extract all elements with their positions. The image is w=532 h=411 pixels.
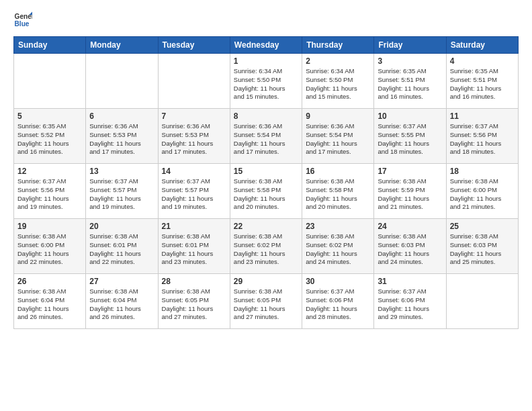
day-number: 29 — [234, 277, 298, 286]
day-info: Sunrise: 6:38 AM Sunset: 6:05 PM Dayligh… — [234, 287, 298, 322]
day-number: 12 — [17, 167, 82, 176]
calendar-cell — [446, 274, 518, 329]
day-info: Sunrise: 6:38 AM Sunset: 6:03 PM Dayligh… — [450, 232, 515, 267]
calendar-cell: 5Sunrise: 6:35 AM Sunset: 5:52 PM Daylig… — [14, 109, 86, 164]
day-info: Sunrise: 6:37 AM Sunset: 5:57 PM Dayligh… — [89, 177, 154, 212]
day-number: 18 — [450, 167, 515, 176]
day-info: Sunrise: 6:35 AM Sunset: 5:52 PM Dayligh… — [17, 122, 82, 156]
calendar-cell: 7Sunrise: 6:36 AM Sunset: 5:53 PM Daylig… — [158, 109, 230, 164]
svg-text:General: General — [15, 13, 32, 20]
calendar-cell: 29Sunrise: 6:38 AM Sunset: 6:05 PM Dayli… — [230, 274, 302, 329]
calendar-cell: 2Sunrise: 6:34 AM Sunset: 5:50 PM Daylig… — [302, 54, 374, 109]
day-number: 25 — [450, 222, 515, 231]
day-number: 27 — [89, 277, 154, 286]
calendar-cell: 20Sunrise: 6:38 AM Sunset: 6:01 PM Dayli… — [86, 219, 158, 274]
calendar-cell: 24Sunrise: 6:38 AM Sunset: 6:03 PM Dayli… — [374, 219, 446, 274]
day-number: 31 — [378, 277, 442, 286]
day-number: 15 — [234, 167, 298, 176]
day-number: 2 — [306, 56, 370, 66]
calendar-cell: 16Sunrise: 6:38 AM Sunset: 5:58 PM Dayli… — [302, 164, 374, 219]
calendar-cell — [158, 54, 230, 109]
logo-icon: General Blue — [13, 11, 32, 30]
day-number: 10 — [378, 111, 442, 121]
weekday-header-monday: Monday — [86, 37, 158, 54]
day-info: Sunrise: 6:38 AM Sunset: 6:04 PM Dayligh… — [89, 287, 154, 322]
day-info: Sunrise: 6:38 AM Sunset: 6:02 PM Dayligh… — [306, 232, 370, 267]
day-number: 14 — [162, 167, 226, 176]
day-number: 7 — [162, 111, 226, 121]
calendar-cell: 23Sunrise: 6:38 AM Sunset: 6:02 PM Dayli… — [302, 219, 374, 274]
day-info: Sunrise: 6:37 AM Sunset: 5:56 PM Dayligh… — [17, 177, 82, 212]
day-info: Sunrise: 6:37 AM Sunset: 6:06 PM Dayligh… — [306, 287, 370, 322]
day-number: 8 — [234, 111, 298, 121]
calendar-cell: 31Sunrise: 6:37 AM Sunset: 6:06 PM Dayli… — [374, 274, 446, 329]
weekday-header-row: SundayMondayTuesdayWednesdayThursdayFrid… — [14, 37, 519, 54]
day-info: Sunrise: 6:38 AM Sunset: 6:00 PM Dayligh… — [17, 232, 82, 267]
day-info: Sunrise: 6:36 AM Sunset: 5:53 PM Dayligh… — [162, 122, 226, 156]
day-number: 5 — [17, 111, 82, 121]
calendar-cell: 10Sunrise: 6:37 AM Sunset: 5:55 PM Dayli… — [374, 109, 446, 164]
day-number: 26 — [17, 277, 82, 286]
day-info: Sunrise: 6:38 AM Sunset: 6:01 PM Dayligh… — [89, 232, 154, 267]
page: General Blue SundayMondayTuesdayWednesda… — [0, 0, 532, 411]
day-info: Sunrise: 6:36 AM Sunset: 5:54 PM Dayligh… — [234, 122, 298, 156]
day-info: Sunrise: 6:38 AM Sunset: 5:58 PM Dayligh… — [234, 177, 298, 212]
day-number: 3 — [378, 56, 442, 66]
calendar-cell: 1Sunrise: 6:34 AM Sunset: 5:50 PM Daylig… — [230, 54, 302, 109]
calendar-cell: 11Sunrise: 6:37 AM Sunset: 5:56 PM Dayli… — [446, 109, 518, 164]
calendar-cell: 30Sunrise: 6:37 AM Sunset: 6:06 PM Dayli… — [302, 274, 374, 329]
calendar-cell: 22Sunrise: 6:38 AM Sunset: 6:02 PM Dayli… — [230, 219, 302, 274]
day-number: 11 — [450, 111, 515, 121]
calendar-week-row: 12Sunrise: 6:37 AM Sunset: 5:56 PM Dayli… — [14, 164, 519, 219]
calendar-cell: 27Sunrise: 6:38 AM Sunset: 6:04 PM Dayli… — [86, 274, 158, 329]
day-number: 1 — [234, 56, 298, 66]
calendar-cell: 25Sunrise: 6:38 AM Sunset: 6:03 PM Dayli… — [446, 219, 518, 274]
day-number: 28 — [162, 277, 226, 286]
calendar-cell: 9Sunrise: 6:36 AM Sunset: 5:54 PM Daylig… — [302, 109, 374, 164]
day-info: Sunrise: 6:37 AM Sunset: 5:55 PM Dayligh… — [378, 122, 442, 156]
calendar-cell — [14, 54, 86, 109]
calendar-cell: 21Sunrise: 6:38 AM Sunset: 6:01 PM Dayli… — [158, 219, 230, 274]
day-number: 24 — [378, 222, 442, 231]
day-info: Sunrise: 6:38 AM Sunset: 6:02 PM Dayligh… — [234, 232, 298, 267]
day-info: Sunrise: 6:37 AM Sunset: 5:57 PM Dayligh… — [162, 177, 226, 212]
day-number: 19 — [17, 222, 82, 231]
day-info: Sunrise: 6:36 AM Sunset: 5:53 PM Dayligh… — [89, 122, 154, 156]
calendar-cell: 17Sunrise: 6:38 AM Sunset: 5:59 PM Dayli… — [374, 164, 446, 219]
calendar-cell: 28Sunrise: 6:38 AM Sunset: 6:05 PM Dayli… — [158, 274, 230, 329]
day-info: Sunrise: 6:38 AM Sunset: 6:00 PM Dayligh… — [450, 177, 515, 212]
calendar-cell: 8Sunrise: 6:36 AM Sunset: 5:54 PM Daylig… — [230, 109, 302, 164]
calendar-week-row: 1Sunrise: 6:34 AM Sunset: 5:50 PM Daylig… — [14, 54, 519, 109]
day-number: 20 — [89, 222, 154, 231]
day-number: 4 — [450, 56, 515, 66]
day-number: 21 — [162, 222, 226, 231]
calendar-week-row: 5Sunrise: 6:35 AM Sunset: 5:52 PM Daylig… — [14, 109, 519, 164]
day-number: 6 — [89, 111, 154, 121]
day-info: Sunrise: 6:34 AM Sunset: 5:50 PM Dayligh… — [234, 67, 298, 101]
svg-text:Blue: Blue — [15, 20, 30, 28]
day-number: 23 — [306, 222, 370, 231]
day-number: 30 — [306, 277, 370, 286]
calendar: SundayMondayTuesdayWednesdayThursdayFrid… — [13, 36, 519, 329]
day-info: Sunrise: 6:38 AM Sunset: 6:05 PM Dayligh… — [162, 287, 226, 322]
weekday-header-wednesday: Wednesday — [230, 37, 302, 54]
calendar-cell: 15Sunrise: 6:38 AM Sunset: 5:58 PM Dayli… — [230, 164, 302, 219]
logo: General Blue — [13, 11, 35, 30]
day-info: Sunrise: 6:38 AM Sunset: 5:58 PM Dayligh… — [306, 177, 370, 212]
weekday-header-thursday: Thursday — [302, 37, 374, 54]
weekday-header-friday: Friday — [374, 37, 446, 54]
day-info: Sunrise: 6:38 AM Sunset: 6:04 PM Dayligh… — [17, 287, 82, 322]
calendar-cell: 18Sunrise: 6:38 AM Sunset: 6:00 PM Dayli… — [446, 164, 518, 219]
header: General Blue — [13, 11, 519, 30]
calendar-cell: 12Sunrise: 6:37 AM Sunset: 5:56 PM Dayli… — [14, 164, 86, 219]
day-number: 9 — [306, 111, 370, 121]
day-info: Sunrise: 6:35 AM Sunset: 5:51 PM Dayligh… — [378, 67, 442, 101]
day-info: Sunrise: 6:35 AM Sunset: 5:51 PM Dayligh… — [450, 67, 515, 101]
calendar-cell: 13Sunrise: 6:37 AM Sunset: 5:57 PM Dayli… — [86, 164, 158, 219]
calendar-week-row: 26Sunrise: 6:38 AM Sunset: 6:04 PM Dayli… — [14, 274, 519, 329]
day-info: Sunrise: 6:38 AM Sunset: 6:03 PM Dayligh… — [378, 232, 442, 267]
day-info: Sunrise: 6:37 AM Sunset: 5:56 PM Dayligh… — [450, 122, 515, 156]
day-number: 17 — [378, 167, 442, 176]
weekday-header-sunday: Sunday — [14, 37, 86, 54]
calendar-cell — [86, 54, 158, 109]
